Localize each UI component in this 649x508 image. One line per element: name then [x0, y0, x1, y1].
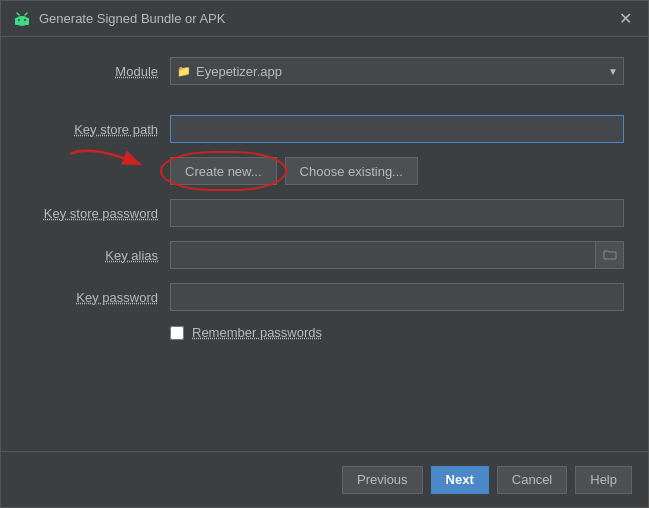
key-store-password-row: Key store password — [25, 199, 624, 227]
key-store-path-row: Key store path — [25, 115, 624, 143]
remember-passwords-checkbox[interactable] — [170, 326, 184, 340]
key-alias-input[interactable] — [170, 241, 596, 269]
svg-rect-7 — [27, 18, 29, 23]
cancel-button[interactable]: Cancel — [497, 466, 567, 494]
previous-button[interactable]: Previous — [342, 466, 423, 494]
key-store-buttons-row: Create new... Choose existing... — [170, 157, 624, 185]
dialog-content: Module 📁 Eyepetizer.app ▼ Key store path — [1, 37, 648, 451]
svg-point-2 — [18, 19, 20, 21]
module-label: Module — [25, 64, 170, 79]
title-bar-left: Generate Signed Bundle or APK — [13, 10, 225, 28]
next-button[interactable]: Next — [431, 466, 489, 494]
module-row: Module 📁 Eyepetizer.app ▼ — [25, 57, 624, 85]
dialog-title: Generate Signed Bundle or APK — [39, 11, 225, 26]
dialog: Generate Signed Bundle or APK ✕ Module 📁… — [0, 0, 649, 508]
close-button[interactable]: ✕ — [615, 9, 636, 29]
help-button[interactable]: Help — [575, 466, 632, 494]
key-password-row: Key password — [25, 283, 624, 311]
key-store-password-label: Key store password — [25, 206, 170, 221]
key-alias-label: Key alias — [25, 248, 170, 263]
module-select[interactable]: 📁 Eyepetizer.app — [170, 57, 624, 85]
key-password-input[interactable] — [170, 283, 624, 311]
key-alias-input-group — [170, 241, 624, 269]
remember-passwords-row: Remember passwords — [170, 325, 624, 340]
module-select-wrapper: 📁 Eyepetizer.app ▼ — [170, 57, 624, 85]
svg-line-4 — [17, 13, 19, 15]
key-password-label: Key password — [25, 290, 170, 305]
svg-line-5 — [25, 13, 27, 15]
folder-icon — [603, 249, 617, 261]
key-store-path-label: Key store path — [25, 122, 170, 137]
key-store-path-input[interactable] — [170, 115, 624, 143]
svg-rect-6 — [15, 18, 17, 23]
choose-existing-button[interactable]: Choose existing... — [285, 157, 418, 185]
arrow-annotation — [60, 139, 180, 189]
title-bar: Generate Signed Bundle or APK ✕ — [1, 1, 648, 37]
module-folder-icon: 📁 — [177, 65, 191, 78]
dialog-footer: Previous Next Cancel Help — [1, 451, 648, 507]
create-new-button[interactable]: Create new... — [170, 157, 277, 185]
create-new-button-wrapper: Create new... — [170, 157, 277, 185]
svg-rect-1 — [15, 18, 29, 25]
key-alias-browse-button[interactable] — [596, 241, 624, 269]
remember-passwords-label[interactable]: Remember passwords — [192, 325, 322, 340]
module-value: Eyepetizer.app — [196, 64, 282, 79]
android-icon — [13, 10, 31, 28]
key-store-password-input[interactable] — [170, 199, 624, 227]
svg-point-3 — [24, 19, 26, 21]
key-alias-row: Key alias — [25, 241, 624, 269]
